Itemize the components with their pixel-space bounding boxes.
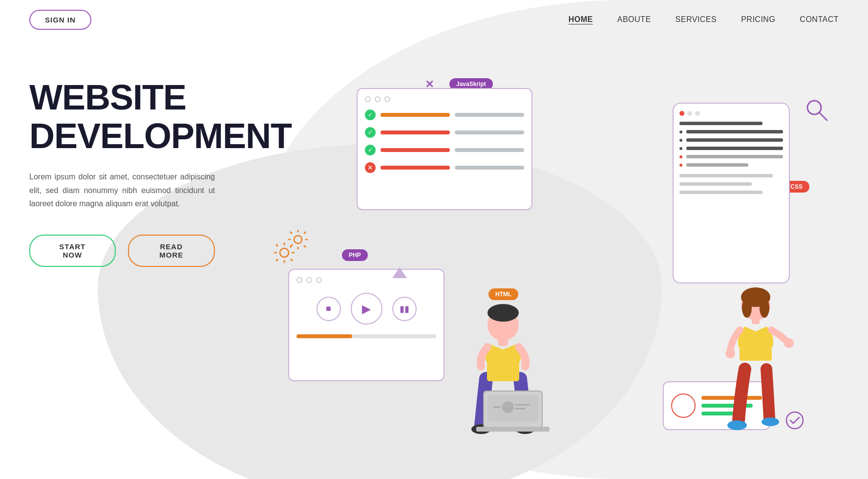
check-icon-2: ✓ — [365, 127, 376, 138]
pline-1 — [686, 130, 783, 133]
svg-point-42 — [727, 420, 747, 430]
phone-list-3 — [679, 147, 783, 150]
svg-rect-39 — [740, 341, 772, 361]
dot-1 — [365, 96, 371, 102]
browser-window-checklist: ✓ ✓ ✓ ✕ — [357, 88, 532, 210]
svg-point-37 — [760, 298, 769, 318]
line-bar-1 — [381, 113, 450, 117]
pe-1 — [679, 174, 773, 177]
svg-rect-26 — [498, 337, 508, 346]
read-more-button[interactable]: READ MORE — [128, 235, 215, 267]
header: SIGN IN HOME ABOUTE SERVICES PRICING CON… — [0, 0, 868, 39]
person-female-illustration — [712, 283, 800, 440]
left-panel: WEBSITE DEVELOPMENT Lorem ipsum dolor si… — [0, 39, 244, 479]
svg-point-41 — [784, 338, 794, 348]
svg-point-2 — [294, 236, 302, 243]
nav-contact[interactable]: CONTACT — [800, 15, 839, 24]
svg-rect-38 — [752, 317, 760, 324]
video-progress-fill — [296, 334, 352, 338]
bullet-5 — [679, 164, 682, 167]
phone-window — [673, 103, 790, 283]
line-bar-2 — [455, 113, 524, 117]
video-browser-bar — [296, 277, 436, 283]
php-badge: PHP — [342, 249, 368, 261]
phone-list-1 — [679, 130, 783, 133]
vdot-2 — [306, 277, 312, 283]
gear-icons — [274, 225, 322, 271]
svg-point-11 — [280, 248, 289, 257]
html-badge: HTML — [488, 288, 518, 300]
stop-button[interactable]: ■ — [317, 297, 341, 321]
dot-3 — [384, 96, 390, 102]
nav-services[interactable]: SERVICES — [676, 15, 717, 24]
svg-point-43 — [762, 417, 779, 426]
navigation: HOME ABOUTE SERVICES PRICING CONTACT — [569, 15, 839, 24]
svg-line-19 — [276, 259, 278, 261]
pline-5 — [686, 163, 748, 167]
bullet-3 — [679, 147, 682, 150]
line-bar-7 — [381, 166, 450, 170]
title-line1: WEBSITE — [29, 78, 186, 117]
code-line-3: ✓ — [365, 145, 524, 155]
search-icon — [804, 98, 829, 122]
start-now-button[interactable]: START NOW — [29, 235, 116, 267]
main-content: WEBSITE DEVELOPMENT Lorem ipsum dolor si… — [0, 39, 868, 479]
browser-bar — [365, 96, 524, 102]
phone-bar — [679, 111, 783, 116]
svg-line-16 — [276, 244, 278, 246]
code-line-1: ✓ — [365, 109, 524, 120]
vdot-3 — [316, 277, 322, 283]
pe-2 — [679, 182, 752, 186]
video-player-window: ■ ▶ ▮▮ — [288, 269, 445, 381]
line-bar-3 — [381, 131, 450, 134]
pe-3 — [679, 191, 762, 194]
card-circle — [671, 393, 696, 418]
laptop-illustration — [474, 386, 552, 435]
code-line-2: ✓ — [365, 127, 524, 138]
line-bar-6 — [455, 148, 524, 152]
svg-point-36 — [742, 298, 752, 318]
pline-4 — [686, 155, 783, 158]
illustration-panel: ✕ — [244, 39, 868, 479]
svg-line-7 — [290, 232, 292, 234]
svg-line-8 — [304, 245, 306, 247]
nav-pricing[interactable]: PRICING — [741, 15, 775, 24]
svg-point-29 — [502, 401, 514, 413]
button-group: START NOW READ MORE — [29, 235, 215, 267]
svg-rect-25 — [487, 359, 519, 381]
line-bar-8 — [455, 166, 524, 170]
video-progress-bar — [296, 334, 436, 338]
video-controls: ■ ▶ ▮▮ — [296, 293, 436, 325]
check-icon-1: ✓ — [365, 109, 376, 120]
svg-line-9 — [304, 232, 306, 234]
phone-dot-red — [679, 111, 684, 116]
svg-point-22 — [487, 304, 519, 322]
hero-description: Lorem ipsum dolor sit amet, consectetuer… — [29, 170, 215, 210]
phone-list-4 — [679, 155, 783, 158]
bullet-1 — [679, 131, 682, 133]
nav-aboute[interactable]: ABOUTE — [617, 15, 651, 24]
phone-list-5 — [679, 163, 783, 167]
phone-dot-1 — [687, 111, 692, 116]
line-bar-5 — [381, 148, 450, 152]
cross-icon: ✕ — [365, 162, 376, 173]
check-icon-3: ✓ — [365, 145, 376, 155]
hero-title: WEBSITE DEVELOPMENT — [29, 78, 215, 155]
svg-line-1 — [819, 112, 827, 120]
phone-dot-2 — [695, 111, 700, 116]
line-bar-4 — [455, 131, 524, 134]
phone-extra-lines — [679, 174, 783, 194]
phone-list-2 — [679, 138, 783, 142]
phone-line-1 — [679, 122, 762, 125]
bullet-2 — [679, 139, 682, 142]
pline-2 — [686, 138, 783, 142]
pline-3 — [686, 147, 783, 150]
play-button[interactable]: ▶ — [351, 293, 382, 325]
sign-in-button[interactable]: SIGN IN — [29, 10, 91, 30]
bullet-4 — [679, 155, 682, 158]
dot-2 — [375, 96, 381, 102]
nav-home[interactable]: HOME — [569, 15, 593, 24]
pause-button[interactable]: ▮▮ — [392, 297, 417, 321]
svg-rect-33 — [476, 427, 550, 432]
speech-bubble — [392, 267, 407, 278]
